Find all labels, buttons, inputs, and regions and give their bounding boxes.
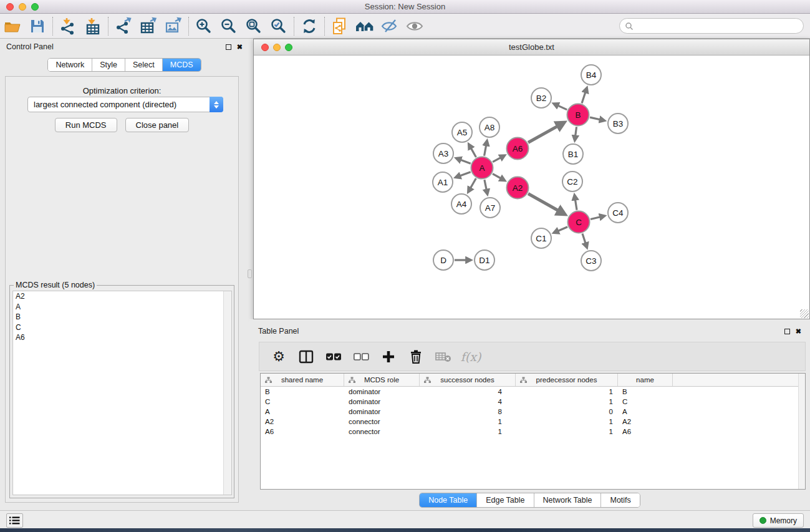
export-image-button[interactable] xyxy=(161,16,186,37)
table-cell[interactable]: 4 xyxy=(420,398,516,405)
search-field[interactable] xyxy=(619,18,804,34)
table-cell[interactable]: B xyxy=(261,388,344,395)
edge-A-A4[interactable] xyxy=(468,178,476,192)
table-cell[interactable]: 1 xyxy=(420,428,516,435)
zoom-window-button[interactable] xyxy=(31,3,39,11)
table-settings-button[interactable]: ⚙ xyxy=(269,347,288,366)
table-cell[interactable]: dominator xyxy=(344,408,420,415)
node-C2[interactable]: C2 xyxy=(562,172,582,191)
node-B[interactable]: B xyxy=(567,104,589,126)
result-item[interactable]: A xyxy=(13,302,231,312)
table-cell[interactable]: connector xyxy=(344,428,420,435)
table-cell[interactable]: connector xyxy=(344,418,420,425)
table-cell[interactable]: 1 xyxy=(516,418,618,425)
table-cell[interactable]: 1 xyxy=(516,428,618,435)
result-item[interactable]: B xyxy=(13,312,231,322)
task-history-button[interactable] xyxy=(6,513,23,528)
zoom-network-button[interactable] xyxy=(285,44,292,51)
column-header-shared-name[interactable]: shared name xyxy=(261,374,344,386)
edge-A-A8[interactable] xyxy=(485,141,487,156)
refresh-button[interactable] xyxy=(297,16,322,37)
table-cell[interactable]: B xyxy=(618,388,673,395)
table-cell[interactable]: 1 xyxy=(516,398,618,405)
table-cell[interactable]: A2 xyxy=(618,418,673,425)
memory-button[interactable]: Memory xyxy=(753,513,804,528)
window-resize-grip[interactable] xyxy=(800,309,809,318)
table-cell[interactable]: A xyxy=(618,408,673,415)
edge-C-C4[interactable] xyxy=(591,216,604,219)
table-cell[interactable]: dominator xyxy=(344,388,420,395)
run-mcds-button[interactable]: Run MCDS xyxy=(55,118,117,132)
edge-A2-C[interactable] xyxy=(528,194,564,214)
import-network-button[interactable] xyxy=(55,16,80,37)
table-row[interactable]: Cdominator41C xyxy=(261,397,805,407)
table-cell[interactable]: 4 xyxy=(420,388,516,395)
import-table-button[interactable] xyxy=(80,16,105,37)
edge-B-B3[interactable] xyxy=(590,117,604,120)
node-A2[interactable]: A2 xyxy=(507,177,529,199)
float-panel-icon[interactable] xyxy=(226,44,231,50)
delete-column-button[interactable] xyxy=(407,347,425,366)
edge-C-C1[interactable] xyxy=(554,227,567,233)
splitpane-grip[interactable] xyxy=(248,269,252,278)
split-view-button[interactable] xyxy=(297,347,316,366)
tab-select[interactable]: Select xyxy=(125,59,163,71)
column-header-successor-nodes[interactable]: successor nodes xyxy=(420,374,516,386)
table-cell[interactable]: dominator xyxy=(344,398,420,405)
table-cell[interactable]: 8 xyxy=(420,408,516,415)
tab-network[interactable]: Network xyxy=(48,59,92,71)
list-scrollbar[interactable] xyxy=(223,291,231,495)
node-A4[interactable]: A4 xyxy=(451,194,471,214)
node-A6[interactable]: A6 xyxy=(507,138,529,160)
table-cell[interactable]: A xyxy=(261,408,344,415)
node-B3[interactable]: B3 xyxy=(608,114,628,133)
close-panel-button[interactable]: Close panel xyxy=(125,118,190,132)
edge-B-B2[interactable] xyxy=(554,104,567,110)
edge-A-A3[interactable] xyxy=(456,158,471,163)
function-builder-button[interactable]: f(x) xyxy=(461,347,480,366)
node-C3[interactable]: C3 xyxy=(581,251,601,271)
table-cell[interactable]: C xyxy=(618,398,673,405)
result-item[interactable]: C xyxy=(13,322,231,333)
table-cell[interactable]: C xyxy=(261,398,344,405)
tab-edge-table[interactable]: Edge Table xyxy=(477,493,534,507)
node-C4[interactable]: C4 xyxy=(608,203,628,223)
home-button[interactable] xyxy=(352,16,377,37)
tab-node-table[interactable]: Node Table xyxy=(420,493,477,507)
table-row[interactable]: Bdominator41B xyxy=(261,387,805,397)
node-table[interactable]: shared nameMCDS rolesuccessor nodesprede… xyxy=(260,373,806,490)
node-B1[interactable]: B1 xyxy=(563,144,583,164)
table-row[interactable]: A6connector11A6 xyxy=(261,427,805,437)
mcds-result-list[interactable]: A2ABCA6 xyxy=(12,291,232,495)
node-A[interactable]: A xyxy=(471,157,493,179)
edge-A-A7[interactable] xyxy=(485,180,488,194)
export-table-button[interactable] xyxy=(136,16,161,37)
edge-A-A2[interactable] xyxy=(493,174,504,181)
node-C[interactable]: C xyxy=(568,211,590,233)
node-D[interactable]: D xyxy=(433,250,453,270)
node-A8[interactable]: A8 xyxy=(480,117,499,137)
result-item[interactable]: A6 xyxy=(13,332,231,343)
node-B2[interactable]: B2 xyxy=(531,88,551,108)
network-canvas[interactable]: AA1A2A3A4A5A6A7A8BB1B2B3B4CC1C2C3C4DD1 xyxy=(254,56,809,319)
open-session-button[interactable] xyxy=(0,16,25,37)
edge-A-A1[interactable] xyxy=(456,172,471,178)
network-from-file-button[interactable] xyxy=(327,16,352,37)
search-input[interactable] xyxy=(634,22,803,31)
edge-B-B1[interactable] xyxy=(575,127,577,140)
column-header-predecessor-nodes[interactable]: predecessor nodes xyxy=(516,374,618,386)
node-C1[interactable]: C1 xyxy=(531,228,551,248)
edge-B-B4[interactable] xyxy=(582,88,587,103)
table-cell[interactable]: A2 xyxy=(261,418,344,425)
column-header-MCDS-role[interactable]: MCDS role xyxy=(344,374,420,386)
tab-mcds[interactable]: MCDS xyxy=(163,59,201,71)
table-row[interactable]: Adominator80A xyxy=(261,407,805,417)
close-panel-icon[interactable]: ✖ xyxy=(237,44,243,50)
node-A1[interactable]: A1 xyxy=(433,172,453,192)
edge-C-C3[interactable] xyxy=(582,234,587,248)
table-cell[interactable]: 1 xyxy=(420,418,516,425)
node-A3[interactable]: A3 xyxy=(433,143,453,163)
node-B4[interactable]: B4 xyxy=(581,65,601,85)
table-row[interactable]: A2connector11A2 xyxy=(261,417,805,427)
network-window-titlebar[interactable]: testGlobe.txt xyxy=(254,39,809,56)
